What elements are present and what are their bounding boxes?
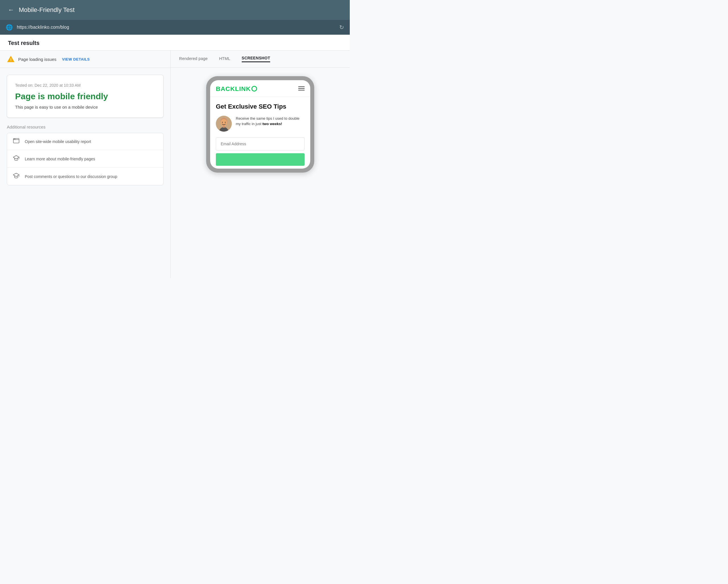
issues-bar: ! Page loading issues VIEW DETAILS: [0, 51, 170, 68]
right-tabs: Rendered page HTML SCREENSHOT: [171, 51, 350, 68]
phone-nav: BACKLINK: [210, 80, 310, 97]
url-bar: 🌐 ↻: [0, 20, 350, 35]
url-input[interactable]: [17, 25, 335, 30]
additional-resources-label: Additional resources: [7, 125, 163, 129]
mobile-friendly-desc: This page is easy to use on a mobile dev…: [15, 105, 155, 109]
view-details-link[interactable]: VIEW DETAILS: [62, 57, 89, 61]
phone-mockup: BACKLINK Get Exclusive SEO Tips: [206, 76, 314, 172]
back-button[interactable]: ←: [8, 6, 14, 14]
svg-marker-5: [13, 156, 19, 159]
svg-point-4: [15, 139, 15, 139]
issues-text: Page loading issues: [18, 57, 56, 62]
phone-author-row: Receive the same tips I used to double m…: [216, 116, 305, 132]
right-panel: Rendered page HTML SCREENSHOT BACKLINK: [171, 51, 350, 278]
result-card: Tested on: Dec 22, 2020 at 10:33 AM Page…: [7, 75, 163, 118]
phone-area: BACKLINK Get Exclusive SEO Tips: [171, 68, 350, 181]
globe-icon: 🌐: [6, 24, 13, 31]
email-address-input[interactable]: [216, 137, 305, 151]
resource-item-1[interactable]: Learn more about mobile-friendly pages: [7, 150, 163, 168]
app-title: Mobile-Friendly Test: [19, 6, 75, 14]
svg-point-14: [221, 119, 227, 126]
tab-html[interactable]: HTML: [219, 56, 230, 62]
resource-text-0: Open site-wide mobile usability report: [25, 139, 91, 144]
resource-item-0[interactable]: Open site-wide mobile usability report: [7, 133, 163, 150]
graduation-icon-2: [13, 173, 20, 180]
phone-author-text: Receive the same tips I used to double m…: [236, 116, 305, 127]
refresh-icon[interactable]: ↻: [339, 24, 344, 31]
tab-rendered-page[interactable]: Rendered page: [179, 56, 208, 62]
test-date: Tested on: Dec 22, 2020 at 10:33 AM: [15, 83, 155, 87]
hamburger-icon: [298, 86, 305, 92]
main-content: ! Page loading issues VIEW DETAILS Teste…: [0, 51, 350, 278]
backlinko-logo: BACKLINK: [216, 85, 257, 93]
warning-icon: !: [7, 55, 15, 63]
svg-point-15: [222, 122, 223, 123]
test-results-heading: Test results: [0, 35, 350, 51]
svg-marker-7: [13, 173, 19, 177]
resource-item-2[interactable]: Post comments or questions to our discus…: [7, 168, 163, 185]
additional-resources: Additional resources Open site-wide mobi…: [0, 125, 170, 192]
svg-point-16: [225, 122, 226, 123]
resources-list: Open site-wide mobile usability report L…: [7, 133, 163, 185]
svg-point-3: [14, 139, 15, 139]
mobile-friendly-title: Page is mobile friendly: [15, 91, 155, 101]
phone-avatar: [216, 116, 232, 132]
graduation-icon-1: [13, 155, 20, 162]
tab-screenshot[interactable]: SCREENSHOT: [242, 56, 270, 62]
phone-screen: BACKLINK Get Exclusive SEO Tips: [210, 80, 310, 168]
resource-text-2: Post comments or questions to our discus…: [25, 174, 117, 179]
resource-text-1: Learn more about mobile-friendly pages: [25, 157, 95, 161]
phone-content: Get Exclusive SEO Tips: [210, 97, 310, 168]
phone-headline: Get Exclusive SEO Tips: [216, 103, 305, 111]
cta-button[interactable]: [216, 153, 305, 166]
logo-o-circle: [251, 86, 257, 91]
left-panel: ! Page loading issues VIEW DETAILS Teste…: [0, 51, 171, 278]
svg-rect-17: [223, 125, 225, 128]
app-header: ← Mobile-Friendly Test: [0, 0, 350, 20]
browser-icon: [13, 138, 20, 145]
svg-text:!: !: [10, 57, 12, 62]
